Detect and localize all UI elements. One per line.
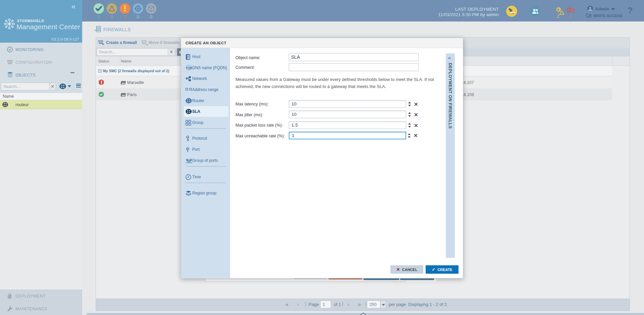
svg-text:FQDN: FQDN: [186, 66, 193, 70]
